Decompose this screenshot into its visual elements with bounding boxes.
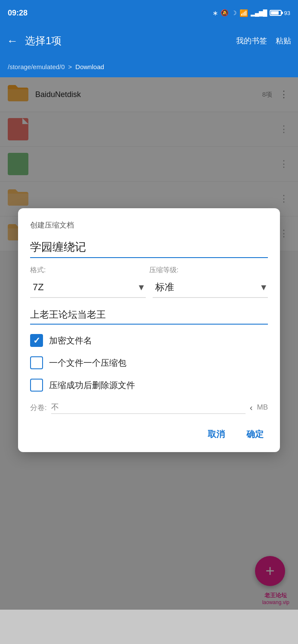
- breadcrumb-current[interactable]: Download: [75, 63, 104, 70]
- encrypt-filename-label: 加密文件名: [49, 335, 92, 346]
- file-list: BaiduNetdisk 8项 ⋮ ⋮ ⋮ ⋮: [0, 77, 298, 610]
- password-input[interactable]: [30, 307, 268, 325]
- battery-level: 93: [284, 10, 290, 16]
- page-title: 选择1项: [25, 34, 229, 48]
- level-label: 压缩等级:: [149, 266, 268, 275]
- silent-icon: 🔕: [221, 9, 229, 17]
- moon-icon: ☽: [231, 9, 237, 16]
- cancel-button[interactable]: 取消: [203, 426, 229, 443]
- paste-button[interactable]: 粘贴: [276, 36, 291, 46]
- format-arrow-icon: ▼: [137, 283, 146, 292]
- split-label: 分卷:: [30, 403, 47, 413]
- format-value: 7Z: [33, 282, 137, 293]
- dialog-title: 创建压缩文档: [30, 220, 268, 230]
- split-chevron-icon[interactable]: ‹: [250, 403, 253, 413]
- delete-after-checkbox[interactable]: [30, 379, 43, 392]
- one-file-per-archive-checkbox[interactable]: [30, 356, 43, 369]
- back-button[interactable]: ←: [7, 34, 18, 48]
- format-dropdown[interactable]: 7Z ▼: [30, 277, 146, 298]
- bookmarks-button[interactable]: 我的书签: [236, 36, 267, 46]
- create-archive-dialog: 创建压缩文档 格式: 压缩等级: 7Z ▼ 标准 ▼ ✓ 加密文件名: [18, 208, 280, 452]
- split-input[interactable]: [51, 401, 246, 414]
- filename-input[interactable]: [30, 238, 268, 258]
- confirm-button[interactable]: 确定: [242, 426, 268, 443]
- app-header: ← 选择1项 我的书签 粘贴: [0, 26, 298, 56]
- status-icons: ∗ 🔕 ☽ 📶 ▂▄▆█ 93: [212, 9, 290, 17]
- header-actions: 我的书签 粘贴: [236, 36, 291, 46]
- status-time: 09:28: [8, 9, 28, 18]
- format-label: 格式:: [30, 266, 149, 275]
- breadcrumb-path[interactable]: /storage/emulated/0: [8, 63, 65, 70]
- signal-icon: ▂▄▆█: [251, 9, 267, 16]
- encrypt-filename-row: ✓ 加密文件名: [30, 334, 268, 347]
- bluetooth-icon: ∗: [212, 9, 218, 17]
- breadcrumb: /storage/emulated/0 > Download: [0, 56, 298, 77]
- encrypt-filename-checkbox[interactable]: ✓: [30, 334, 43, 347]
- split-unit: MB: [257, 403, 268, 412]
- level-dropdown[interactable]: 标准 ▼: [153, 277, 268, 298]
- delete-after-label: 压缩成功后删除源文件: [49, 380, 135, 391]
- checkmark-icon: ✓: [33, 336, 40, 345]
- split-volume-row: 分卷: ‹ MB: [30, 401, 268, 414]
- format-level-dropdowns: 7Z ▼ 标准 ▼: [30, 277, 268, 298]
- level-arrow-icon: ▼: [259, 283, 268, 292]
- battery-icon: [270, 10, 282, 16]
- one-file-per-archive-row: 一个文件一个压缩包: [30, 356, 268, 369]
- status-bar: 09:28 ∗ 🔕 ☽ 📶 ▂▄▆█ 93: [0, 0, 298, 26]
- format-level-labels: 格式: 压缩等级:: [30, 266, 268, 275]
- level-value: 标准: [155, 281, 260, 294]
- wifi-icon: 📶: [240, 9, 248, 17]
- delete-after-row: 压缩成功后删除源文件: [30, 379, 268, 392]
- breadcrumb-separator: >: [68, 63, 72, 70]
- dialog-buttons: 取消 确定: [30, 426, 268, 443]
- one-file-per-archive-label: 一个文件一个压缩包: [49, 357, 126, 369]
